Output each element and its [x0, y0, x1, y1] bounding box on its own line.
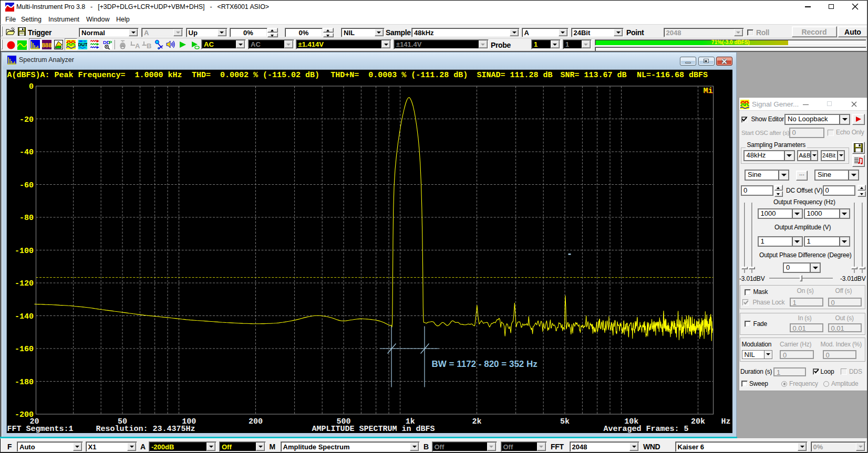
svg-text:-160: -160: [14, 345, 33, 354]
svg-text:-120: -120: [14, 279, 33, 288]
svg-text:A: A: [135, 42, 140, 49]
svg-text:Hz: Hz: [721, 417, 730, 426]
svg-text:-60: -60: [19, 181, 33, 189]
svg-text:200: 200: [248, 417, 262, 426]
svg-text:Resolution: 23.4375Hz: Resolution: 23.4375Hz: [96, 424, 195, 433]
svg-text:NL=-116.68 dBFS: NL=-116.68 dBFS: [637, 70, 708, 79]
svg-text:-100: -100: [14, 246, 33, 255]
svg-text:20k: 20k: [690, 417, 705, 426]
svg-text:SNR= 113.67 dB: SNR= 113.67 dB: [560, 70, 626, 79]
svg-text:-20: -20: [19, 115, 33, 124]
svg-text:-180: -180: [14, 377, 33, 386]
svg-text:B: B: [147, 42, 151, 49]
svg-text:A(dBFS)A: Peak Frequency= 1.0: A(dBFS)A: Peak Frequency= 1.0000 kHz: [7, 70, 182, 79]
svg-text:-40: -40: [19, 148, 33, 157]
svg-text:2k: 2k: [472, 417, 481, 426]
svg-text:888: 888: [42, 42, 51, 48]
svg-text:0: 0: [28, 82, 33, 91]
svg-text:Mi: Mi: [703, 86, 712, 95]
svg-text:FFT Segments:1: FFT Segments:1: [7, 424, 73, 433]
svg-text:-80: -80: [19, 214, 33, 223]
svg-text:Averaged Frames: 5: Averaged Frames: 5: [603, 424, 688, 433]
svg-text:AMPLITUDE SPECTRUM in dBFS: AMPLITUDE SPECTRUM in dBFS: [312, 424, 435, 433]
svg-text:P: P: [109, 40, 112, 45]
svg-text:BW = 1172 - 820 = 352 Hz: BW = 1172 - 820 = 352 Hz: [431, 359, 537, 368]
svg-text:-140: -140: [14, 312, 33, 321]
svg-text:DUT: DUT: [78, 42, 87, 47]
svg-text:SINAD= 111.28 dB: SINAD= 111.28 dB: [477, 70, 552, 79]
svg-text:THD+N= 0.0003 % (-111.28 dB): THD+N= 0.0003 % (-111.28 dB): [330, 70, 468, 79]
svg-text:5k: 5k: [560, 417, 569, 426]
svg-text:THD= 0.0002 % (-115.02 dB): THD= 0.0002 % (-115.02 dB): [192, 70, 319, 79]
